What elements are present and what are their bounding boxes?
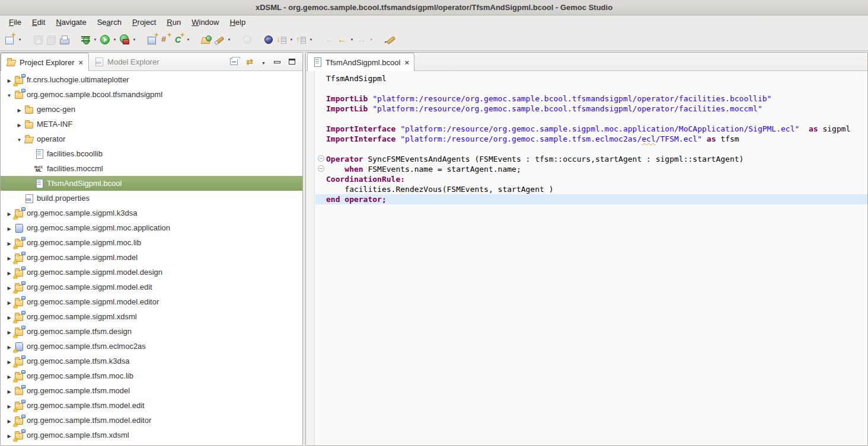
run-external-tools-button[interactable] xyxy=(118,32,131,47)
new-wizard-button[interactable] xyxy=(4,32,17,47)
tree-item-org.gemoc.sample.sigpml.k3dsa[interactable]: org.gemoc.sample.sigpml.k3dsa xyxy=(1,206,302,220)
print-icon xyxy=(59,34,69,45)
annotate-dropdown-icon[interactable] xyxy=(226,38,232,41)
tree-item-org.gemoc.sample.tfsm.model.edit[interactable]: org.gemoc.sample.tfsm.model.edit xyxy=(1,398,302,413)
code-line: when FSMEvents.name = startAgent.name; xyxy=(315,164,867,174)
menu-mnemonic: H xyxy=(229,18,235,27)
new-coordination-project-dropdown-icon[interactable] xyxy=(185,38,192,41)
fold-collapse-icon[interactable] xyxy=(318,165,324,172)
tree-item-org.gemoc.sample.tfsm.k3dsa[interactable]: org.gemoc.sample.tfsm.k3dsa xyxy=(1,354,302,368)
tree-item-fr.cnrs.luchogie.ultimateplotter[interactable]: fr.cnrs.luchogie.ultimateplotter xyxy=(1,72,302,87)
annotate-button[interactable] xyxy=(213,32,226,47)
code-segment xyxy=(799,124,809,133)
collapse-all-icon[interactable] xyxy=(230,58,238,65)
menu-window[interactable]: Window xyxy=(186,17,224,28)
tree-item-org.gemoc.sample.tfsm.design[interactable]: org.gemoc.sample.tfsm.design xyxy=(1,324,302,339)
next-annotation-dropdown-icon[interactable] xyxy=(288,38,295,41)
run-external-tools-dropdown-icon[interactable] xyxy=(131,38,138,41)
menu-help[interactable]: Help xyxy=(224,17,251,28)
tab-project-explorer-label: Project Explorer xyxy=(20,58,74,67)
back-button[interactable] xyxy=(336,32,349,47)
tree-item-org.gemoc.sample.sigpml.model[interactable]: org.gemoc.sample.sigpml.model xyxy=(1,250,302,265)
new-gemoc-project-button[interactable] xyxy=(146,32,159,47)
menu-run[interactable]: Run xyxy=(161,17,186,28)
menu-label-post: dit xyxy=(37,18,46,27)
menu-label-pre: Se xyxy=(97,18,107,27)
previous-annotation-dropdown-icon[interactable] xyxy=(308,38,314,41)
maximize-icon[interactable] xyxy=(289,59,295,65)
tree-item-org.gemoc.sample.sigpml.model.editor[interactable]: org.gemoc.sample.sigpml.model.editor xyxy=(1,294,302,309)
expand-toggle-icon[interactable] xyxy=(4,223,14,232)
link-with-editor-icon[interactable] xyxy=(246,56,253,67)
tree-item-org.gemoc.sample.sigpml.xdsml[interactable]: org.gemoc.sample.sigpml.xdsml xyxy=(1,309,302,324)
debug-button[interactable] xyxy=(79,32,92,47)
deco-overlay-icon xyxy=(21,415,25,418)
menu-search[interactable]: Search xyxy=(92,17,127,28)
debug-dropdown-icon[interactable] xyxy=(92,38,98,41)
deco-overlay-icon xyxy=(21,311,25,315)
tree-item-label: org.gemoc.sample.tfsm.model.edit xyxy=(24,401,145,410)
tree-item-org.gemoc.sample.sigpml.model.edit[interactable]: org.gemoc.sample.sigpml.model.edit xyxy=(1,280,302,294)
deco-overlay-icon xyxy=(21,385,25,389)
print-button[interactable] xyxy=(58,32,71,47)
view-menu-icon[interactable] xyxy=(261,56,266,67)
expand-toggle-icon[interactable] xyxy=(4,386,14,395)
new-coordination-project-button[interactable] xyxy=(172,32,185,47)
menu-label-post: indow xyxy=(199,18,219,27)
project-warning-icon xyxy=(14,357,24,366)
tree-item-facilities.moccml[interactable]: facilities.moccml xyxy=(1,161,302,176)
tree-item-TfsmAndSigpml.bcool[interactable]: TfsmAndSigpml.bcool xyxy=(1,176,302,191)
menu-project[interactable]: Project xyxy=(127,17,161,28)
tree-item-org.gemoc.sample.tfsm.xdsml[interactable]: org.gemoc.sample.tfsm.xdsml xyxy=(1,428,302,442)
tree-item-org.gemoc.sample.sigpml.moc.application[interactable]: org.gemoc.sample.sigpml.moc.application xyxy=(1,220,302,235)
tree-item-operator[interactable]: operator xyxy=(1,131,302,146)
new-wizard-dropdown-icon[interactable] xyxy=(17,38,23,41)
tree-item-facilities.bcoollib[interactable]: facilities.bcoollib xyxy=(1,146,302,161)
tree-item-org.gemoc.sample.tfsm.model[interactable]: org.gemoc.sample.tfsm.model xyxy=(1,383,302,398)
annotation-ruler[interactable] xyxy=(306,71,315,445)
code-segment: "platform:/resource/org.gemoc.sample.tfs… xyxy=(400,134,642,143)
tree-item-org.gemoc.sample.tfsm.eclmoc2as[interactable]: org.gemoc.sample.tfsm.eclmoc2as xyxy=(1,339,302,354)
code-editor[interactable]: TfsmAndSigpml ImportLib "platform:/resou… xyxy=(306,71,867,445)
mark-occurrences-icon xyxy=(384,34,395,45)
code-line: end operator; xyxy=(315,194,867,204)
minimize-icon[interactable] xyxy=(274,61,280,63)
tree-item-META-INF[interactable]: META-INF xyxy=(1,117,302,131)
tree-item-gemoc-gen[interactable]: gemoc-gen xyxy=(1,102,302,117)
warn-overlay-icon xyxy=(13,319,18,323)
tab-close-icon[interactable]: × xyxy=(77,58,83,67)
menu-edit[interactable]: Edit xyxy=(27,17,50,28)
back-dropdown-icon[interactable] xyxy=(349,38,355,41)
open-model-icon xyxy=(201,34,212,45)
fold-collapse-icon[interactable] xyxy=(318,155,324,162)
previous-annotation-button[interactable] xyxy=(295,32,308,47)
tree-item-org.gemoc.sample.tfsm.moc.lib[interactable]: org.gemoc.sample.tfsm.moc.lib xyxy=(1,368,302,383)
run-dropdown-icon[interactable] xyxy=(111,38,118,41)
expand-toggle-icon[interactable] xyxy=(14,134,24,143)
editor-tab-tfsmandsigpml[interactable]: TfsmAndSigpml.bcool × xyxy=(307,53,414,71)
menu-navigate[interactable]: Navigate xyxy=(50,17,91,28)
tree-item-org.gemoc.sample.bcool.tfsmandsigpml[interactable]: org.gemoc.sample.bcool.tfsmandsigpml xyxy=(1,87,302,102)
open-model-button[interactable] xyxy=(200,32,213,47)
tree-item-org.gemoc.sample.sigpml.model.design[interactable]: org.gemoc.sample.sigpml.model.design xyxy=(1,265,302,280)
tree-item-org.gemoc.sample.sigpml.moc.lib[interactable]: org.gemoc.sample.sigpml.moc.lib xyxy=(1,235,302,250)
tree-item-org.gemoc.sample.tfsm.model.editor[interactable]: org.gemoc.sample.tfsm.model.editor xyxy=(1,413,302,428)
expand-toggle-icon[interactable] xyxy=(14,105,24,114)
tab-model-explorer[interactable]: Model Explorer xyxy=(89,53,164,70)
tree-item-build.properties[interactable]: build.properties xyxy=(1,191,302,206)
window-titlebar[interactable]: xDSML - org.gemoc.sample.bcool.tfsmandsi… xyxy=(0,0,868,15)
open-web-browser-button[interactable] xyxy=(262,32,275,47)
expand-toggle-icon[interactable] xyxy=(4,90,14,99)
code-segment: ImportLib xyxy=(326,94,368,103)
new-gemoc-language-project-button[interactable] xyxy=(159,32,172,47)
tab-project-explorer[interactable]: Project Explorer × xyxy=(1,53,89,71)
mark-occurrences-button[interactable] xyxy=(383,32,396,47)
expand-toggle-icon[interactable] xyxy=(14,120,24,129)
file-icon xyxy=(34,179,44,188)
run-button[interactable] xyxy=(98,32,111,47)
editor-tab-close-icon[interactable]: × xyxy=(403,58,409,67)
project-warning-icon xyxy=(14,312,24,322)
menu-file[interactable]: File xyxy=(4,17,27,28)
project-warning-icon xyxy=(14,416,24,425)
next-annotation-button[interactable] xyxy=(275,32,288,47)
